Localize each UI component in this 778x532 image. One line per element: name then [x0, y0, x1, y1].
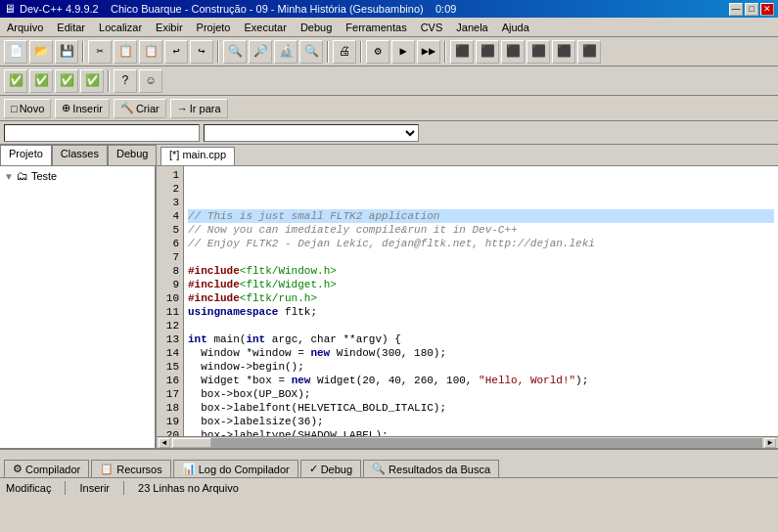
new-icon: 📄 [9, 44, 23, 59]
tb-save[interactable]: 💾 [55, 40, 78, 64]
btn-irpara[interactable]: → Ir para [170, 99, 228, 118]
tb-check3[interactable]: ✅ [55, 69, 78, 93]
code-content[interactable]: // This is just small FLTK2 application/… [184, 166, 778, 436]
menu-projeto[interactable]: Projeto [194, 21, 234, 34]
btn-inserir[interactable]: ⊕ Inserir [55, 99, 110, 118]
tb-copy[interactable]: 📋 [114, 40, 137, 64]
tb-print[interactable]: 🖨 [333, 40, 356, 64]
code-editor[interactable]: 1234567891011121314151617181920212223 //… [157, 166, 778, 436]
editor-scrollbar[interactable]: ◄ ► [157, 436, 778, 448]
filepath-dropdown[interactable] [204, 124, 419, 142]
tb-replace[interactable]: 🔎 [249, 40, 272, 64]
tb-smiley[interactable]: ☺ [139, 69, 162, 93]
scroll-right-arrow[interactable]: ► [764, 438, 776, 448]
open-icon: 📂 [34, 44, 49, 59]
code-line: using namespace fltk; [188, 305, 774, 319]
menu-localizar[interactable]: Localizar [96, 21, 145, 34]
bottom-tab-log[interactable]: 📊 Log do Compilador [173, 460, 298, 477]
tb-cut[interactable]: ✂ [88, 40, 112, 64]
menu-editar[interactable]: Editar [54, 21, 88, 34]
tb-debug1[interactable]: ⬛ [450, 40, 474, 64]
tb-zoom[interactable]: 🔬 [274, 40, 297, 64]
line-number: 15 [160, 360, 179, 374]
btn-criar[interactable]: 🔨 Criar [114, 99, 166, 118]
code-line: box->labeltype(SHADOW_LABEL); [188, 428, 774, 436]
menu-arquivo[interactable]: Arquivo [4, 21, 46, 34]
maximize-button[interactable]: □ [745, 3, 758, 16]
tb-debug2[interactable]: ⬛ [476, 40, 499, 64]
main-content: Projeto Classes Debug ▼ 🗂 Teste [*] main… [0, 145, 778, 448]
replace-icon: 🔎 [253, 44, 268, 59]
check3-icon: ✅ [60, 73, 74, 88]
tb-sep-2 [217, 41, 219, 63]
tb-search[interactable]: 🔍 [223, 40, 247, 64]
toolbar-row-2: ✅ ✅ ✅ ✅ ? ☺ [0, 66, 778, 96]
bottom-tab-compilador[interactable]: ⚙ Compilador [4, 460, 89, 477]
tb-help[interactable]: ? [114, 69, 137, 93]
tb-redo[interactable]: ↪ [190, 40, 213, 64]
code-line: Window *window = new Window(300, 180); [188, 346, 774, 360]
tb-check1[interactable]: ✅ [4, 69, 27, 93]
paste-icon: 📋 [144, 44, 159, 59]
tb-open[interactable]: 📂 [29, 40, 53, 64]
run2-icon: ▶▶ [422, 44, 435, 59]
code-line: window->begin(); [188, 360, 774, 374]
menu-debug[interactable]: Debug [297, 21, 335, 34]
btn-novo[interactable]: □ Novo [4, 99, 51, 118]
tb-find[interactable]: 🔍 [299, 40, 323, 64]
line-number: 11 [160, 305, 179, 319]
tab-projeto[interactable]: Projeto [0, 145, 52, 165]
line-number: 17 [160, 387, 179, 401]
busca-icon: 🔍 [372, 463, 386, 475]
menu-janela[interactable]: Janela [453, 21, 490, 34]
scroll-left-arrow[interactable]: ◄ [159, 438, 170, 448]
bottom-tab-busca[interactable]: 🔍 Resultados da Busca [363, 460, 499, 477]
menu-cvs[interactable]: CVS [418, 21, 446, 34]
menu-ferramentas[interactable]: Ferramentas [343, 21, 409, 34]
editor-tab-main[interactable]: [*] main.cpp [160, 147, 235, 165]
menu-ajuda[interactable]: Ajuda [499, 21, 532, 34]
tb-run2[interactable]: ▶▶ [417, 40, 440, 64]
tb-compile[interactable]: ⚙ [366, 40, 389, 64]
tree-expand-icon: ▼ [4, 171, 14, 182]
tb-check2[interactable]: ✅ [29, 69, 53, 93]
menu-executar[interactable]: Executar [241, 21, 289, 34]
tree-item-teste[interactable]: ▼ 🗂 Teste [2, 168, 153, 184]
bottom-tab-recursos[interactable]: 📋 Recursos [91, 460, 170, 477]
tb-debug4[interactable]: ⬛ [526, 40, 550, 64]
line-number: 18 [160, 401, 179, 415]
bottom-panel: ⚙ Compilador 📋 Recursos 📊 Log do Compila… [0, 448, 778, 477]
minimize-button[interactable]: — [729, 3, 743, 16]
tab-debug-left[interactable]: Debug [108, 145, 157, 165]
scroll-thumb[interactable] [172, 438, 211, 448]
scroll-track[interactable] [172, 438, 762, 448]
code-line: Widget *box = new Widget(20, 40, 260, 10… [188, 374, 774, 387]
tb-check4[interactable]: ✅ [80, 69, 104, 93]
tb-sep-3 [327, 41, 329, 63]
tb-new[interactable]: 📄 [4, 40, 27, 64]
menu-exibir[interactable]: Exibir [153, 21, 186, 34]
tb-run[interactable]: ▶ [391, 40, 415, 64]
debug-icon: ✓ [309, 463, 318, 475]
line-number: 8 [160, 264, 179, 278]
tab-classes[interactable]: Classes [52, 145, 108, 165]
line-number: 3 [160, 196, 179, 209]
criar-icon: 🔨 [120, 102, 134, 114]
menu-bar: Arquivo Editar Localizar Exibir Projeto … [0, 18, 778, 37]
tb-paste[interactable]: 📋 [139, 40, 162, 64]
tb-debug5[interactable]: ⬛ [552, 40, 575, 64]
toolbar-row-1: 📄 📂 💾 ✂ 📋 📋 ↩ ↪ 🔍 🔎 🔬 🔍 🖨 ⚙ ▶ ▶▶ ⬛ ⬛ ⬛ ⬛… [0, 37, 778, 66]
tb-undo[interactable]: ↩ [164, 40, 188, 64]
debug3-icon: ⬛ [506, 44, 521, 59]
line-numbers: 1234567891011121314151617181920212223 [157, 166, 184, 436]
title-bar-controls[interactable]: — □ ✕ [729, 3, 774, 16]
search-icon: 🔍 [228, 44, 243, 59]
bottom-tab-debug[interactable]: ✓ Debug [300, 460, 361, 477]
filepath-input[interactable] [4, 124, 200, 142]
tb-debug6[interactable]: ⬛ [577, 40, 601, 64]
tb-debug3[interactable]: ⬛ [501, 40, 525, 64]
close-button[interactable]: ✕ [760, 3, 774, 16]
line-number: 16 [160, 374, 179, 387]
tb-sep-6 [108, 70, 110, 92]
line-number: 19 [160, 415, 179, 428]
